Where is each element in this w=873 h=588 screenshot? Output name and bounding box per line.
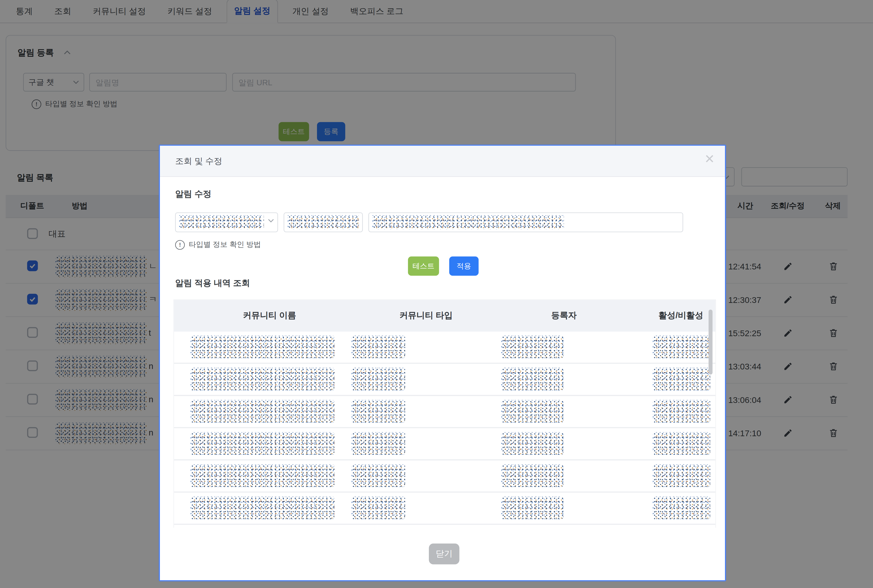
redacted-community-type	[351, 336, 405, 358]
modal-header: 조회 및 수정 ✕	[160, 146, 725, 177]
redacted-registrant	[501, 465, 563, 487]
redacted-community-name	[190, 336, 334, 358]
history-row	[174, 364, 715, 396]
redacted-community-name	[190, 496, 334, 519]
redacted-community-name	[190, 465, 334, 487]
redacted-registrant	[501, 400, 563, 423]
redacted-registrant	[501, 496, 563, 519]
scrollbar-thumb[interactable]	[709, 309, 712, 374]
history-col-header: 커뮤니티 타입	[378, 310, 474, 321]
view-edit-modal: 조회 및 수정 ✕ 알림 수정 ! 타입별 정보 확인 방법 테스트 적용 알림…	[159, 145, 726, 581]
modal-name-input[interactable]	[284, 212, 363, 232]
redacted-community-type	[351, 432, 405, 455]
type-info-label: 타입별 정보 확인 방법	[189, 240, 261, 250]
redacted-registrant	[501, 368, 563, 390]
page: 통계조회커뮤니티 설정키워드 설정알림 설정개인 설정백오피스 로그 알림 등록…	[0, 0, 873, 588]
close-icon[interactable]: ✕	[704, 153, 715, 165]
modal-title: 조회 및 수정	[175, 156, 222, 166]
modal-test-button[interactable]: 테스트	[408, 256, 439, 276]
redacted-community-type	[351, 496, 405, 519]
history-table: 커뮤니티 이름커뮤니티 타입등록자활성/비활성	[174, 299, 716, 528]
redacted-community-type	[351, 400, 405, 423]
modal-close-button[interactable]: 닫기	[429, 544, 459, 564]
redacted-registrant	[501, 336, 563, 358]
history-col-header: 커뮤니티 이름	[222, 310, 318, 321]
history-row-partial	[174, 525, 715, 534]
redacted-input-value	[288, 215, 359, 229]
redacted-select-value	[179, 215, 264, 229]
history-row	[174, 428, 715, 460]
history-row	[174, 460, 715, 493]
redacted-active-state	[653, 368, 711, 390]
history-table-header: 커뮤니티 이름커뮤니티 타입등록자활성/비활성	[174, 300, 715, 332]
modal-type-select[interactable]	[175, 212, 278, 232]
edit-section-title: 알림 수정	[175, 189, 212, 200]
history-row	[174, 396, 715, 428]
history-row	[174, 493, 715, 525]
redacted-community-type	[351, 368, 405, 390]
modal-apply-button[interactable]: 적용	[449, 256, 479, 276]
redacted-community-name	[190, 432, 334, 455]
redacted-community-name	[190, 368, 334, 390]
type-info-link[interactable]: ! 타입별 정보 확인 방법	[175, 240, 261, 250]
history-section-title: 알림 적용 내역 조회	[175, 278, 250, 289]
redacted-active-state	[653, 336, 711, 358]
chevron-down-icon	[268, 219, 274, 223]
redacted-community-name	[190, 400, 334, 423]
redacted-active-state	[653, 496, 711, 519]
redacted-active-state	[653, 432, 711, 455]
modal-url-input[interactable]	[368, 212, 683, 232]
redacted-active-state	[653, 400, 711, 423]
redacted-active-state	[653, 465, 711, 487]
history-col-header: 등록자	[530, 310, 598, 321]
redacted-input-value	[372, 215, 564, 229]
history-row	[174, 332, 715, 364]
redacted-community-type	[351, 465, 405, 487]
info-icon: !	[175, 240, 184, 249]
redacted-registrant	[501, 432, 563, 455]
